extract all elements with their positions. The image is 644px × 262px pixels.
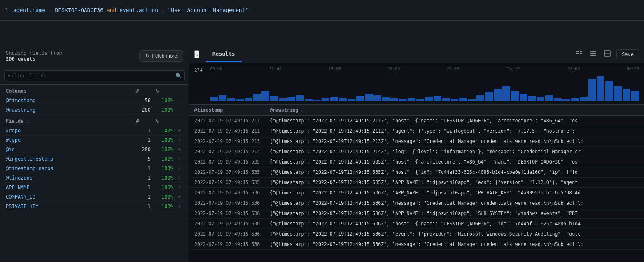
- table-row[interactable]: 2022-07-19 07:49:15.535 {"@timestamp": "…: [189, 157, 644, 167]
- col-header-rawstring[interactable]: @rawstring ↓: [265, 105, 644, 116]
- field-add-repo[interactable]: +: [175, 128, 183, 133]
- query-op-1: =: [49, 7, 55, 13]
- table-row[interactable]: 2022-07-19 07:49:15.535 {"@timestamp": "…: [189, 167, 644, 178]
- cell-rawstring: {"@timestamp": "2022-07-19T12:49:15.536Z…: [265, 229, 644, 239]
- columns-percent-label: %: [156, 88, 159, 94]
- cell-timestamp: 2022-07-19 07:49:15.535: [189, 178, 265, 188]
- table-row[interactable]: 2022-07-19 07:49:15.211 {"@timestamp": "…: [189, 116, 644, 126]
- filter-fields-input[interactable]: [4, 70, 185, 81]
- field-row-type[interactable]: #type 1 100% +: [4, 136, 185, 145]
- table-row[interactable]: 2022-07-19 07:49:15.536 {"@timestamp": "…: [189, 229, 644, 239]
- field-add-id[interactable]: +: [175, 147, 183, 152]
- filter-bar: 🔍: [0, 67, 189, 85]
- tab-list: Results: [206, 47, 242, 62]
- table-layout-icon[interactable]: [574, 49, 584, 60]
- table-row[interactable]: 2022-07-19 07:49:15.211 {"@timestamp": "…: [189, 126, 644, 136]
- field-percent-privatekey: 100%: [151, 204, 173, 209]
- cell-rawstring: {"@timestamp": "2022-07-19T12:49:15.213Z…: [265, 136, 644, 147]
- histogram-bar: [236, 99, 244, 101]
- field-row-companyid[interactable]: COMPANY_ID 1 100% +: [4, 192, 185, 202]
- field-add-timezone[interactable]: +: [175, 175, 183, 181]
- showing-count: 200 events: [6, 56, 62, 62]
- cell-timestamp: 2022-07-19 07:49:15.535: [189, 157, 265, 167]
- col-header-timestamp[interactable]: @timestamp ↓: [189, 105, 265, 116]
- column-remove-rawstring[interactable]: —: [175, 107, 183, 113]
- table-body: 2022-07-19 07:49:15.211 {"@timestamp": "…: [189, 116, 644, 250]
- layout-icon[interactable]: [602, 49, 612, 60]
- tab-results[interactable]: Results: [206, 47, 242, 62]
- cell-rawstring: {"@timestamp": "2022-07-19T12:49:15.536Z…: [265, 188, 644, 198]
- field-add-timestamp-nanos[interactable]: +: [175, 166, 183, 171]
- table-row[interactable]: 2022-07-19 07:49:15.536 {"@timestamp": "…: [189, 208, 644, 219]
- field-row-ingesttimestamp[interactable]: @ingesttimestamp 5 100% +: [4, 154, 185, 164]
- table-row[interactable]: 2022-07-19 07:49:15.536 {"@timestamp": "…: [189, 219, 644, 229]
- cell-timestamp: 2022-07-19 07:49:15.535: [189, 167, 265, 178]
- table-row[interactable]: 2022-07-19 07:49:15.536 {"@timestamp": "…: [189, 188, 644, 198]
- histogram-bar: [390, 98, 398, 101]
- right-toolbar-right: Save: [574, 49, 639, 60]
- histogram-bar: [416, 99, 424, 101]
- field-row-id[interactable]: @id 200 100% +: [4, 145, 185, 154]
- histogram-bar: [597, 76, 604, 101]
- fetch-more-label: Fetch more: [152, 53, 177, 59]
- histogram-bar: [253, 94, 261, 101]
- query-text[interactable]: agent.name = DESKTOP-QADGF36 and event.a…: [13, 7, 248, 13]
- sort-rawstring-icon: ↓: [300, 108, 303, 112]
- field-percent-timezone: 100%: [151, 175, 173, 181]
- right-toolbar: « Results: [189, 45, 644, 63]
- field-row-repo[interactable]: #repo 1 100% +: [4, 126, 185, 136]
- histogram-bar: [382, 97, 390, 101]
- cell-rawstring: {"@timestamp": "2022-07-19T12:49:15.214Z…: [265, 147, 644, 157]
- histogram-bar: [623, 89, 630, 101]
- columns-label: Columns: [6, 88, 27, 94]
- time-label-2: 15:00: [328, 67, 341, 71]
- field-row-appname[interactable]: APP_NAME 1 100% +: [4, 183, 185, 192]
- cell-timestamp: 2022-07-19 07:49:15.211: [189, 116, 265, 126]
- table-row[interactable]: 2022-07-19 07:49:15.536 {"@timestamp": "…: [189, 198, 644, 208]
- save-button[interactable]: Save: [616, 49, 639, 59]
- field-add-ingesttimestamp[interactable]: +: [175, 156, 183, 162]
- column-remove-timestamp[interactable]: —: [175, 98, 183, 103]
- time-label-6: 03:00: [567, 67, 580, 71]
- histogram-bar: [339, 98, 347, 101]
- table-row[interactable]: 2022-07-19 07:49:15.213 {"@timestamp": "…: [189, 136, 644, 147]
- table-row[interactable]: 2022-07-19 07:49:15.536 {"@timestamp": "…: [189, 239, 644, 250]
- histogram-bar: [605, 81, 613, 101]
- histogram-bar: [322, 98, 329, 101]
- columns-hash-label: #: [136, 88, 139, 94]
- field-add-appname[interactable]: +: [175, 185, 183, 190]
- main-layout: Showing fields from 200 events ↻ Fetch m…: [0, 45, 644, 262]
- histogram-bar: [356, 96, 364, 101]
- results-container[interactable]: @timestamp ↓ @rawstring ↓: [189, 105, 644, 262]
- table-row[interactable]: 2022-07-19 07:49:15.214 {"@timestamp": "…: [189, 147, 644, 157]
- field-row-timezone[interactable]: @timezone 1 100% +: [4, 173, 185, 183]
- field-name-repo: #repo: [6, 128, 130, 133]
- column-row-timestamp[interactable]: @timestamp 56 100% —: [4, 96, 185, 105]
- histogram-count: 274: [194, 68, 203, 73]
- field-add-type[interactable]: +: [175, 137, 183, 143]
- time-label-1: 12:00: [269, 67, 282, 71]
- histogram-bar: [296, 95, 304, 101]
- svg-rect-4: [590, 51, 596, 52]
- col-rawstring-label: @rawstring: [270, 107, 298, 113]
- cell-timestamp: 2022-07-19 07:49:15.536: [189, 239, 265, 250]
- columns-section-header: Columns # %: [4, 85, 185, 96]
- column-row-rawstring[interactable]: @rawstring 200 100% —: [4, 105, 185, 115]
- fetch-more-button[interactable]: ↻ Fetch more: [139, 50, 183, 62]
- field-name-appname: APP_NAME: [6, 185, 130, 190]
- svg-rect-5: [590, 53, 596, 54]
- cell-rawstring: {"@timestamp": "2022-07-19T12:49:15.535Z…: [265, 167, 644, 178]
- field-row-privatekey[interactable]: PRIVATE_KEY 1 100% +: [4, 202, 185, 211]
- field-name-ingesttimestamp: @ingesttimestamp: [6, 156, 130, 162]
- query-field-agent: agent.name: [13, 7, 45, 13]
- table-row[interactable]: 2022-07-19 07:49:15.535 {"@timestamp": "…: [189, 178, 644, 188]
- expand-rows-icon[interactable]: [588, 49, 598, 60]
- collapse-button[interactable]: «: [194, 50, 199, 58]
- field-count-timezone: 1: [130, 175, 151, 181]
- field-add-privatekey[interactable]: +: [175, 204, 183, 209]
- histogram-bar: [588, 79, 596, 101]
- field-add-companyid[interactable]: +: [175, 194, 183, 200]
- field-percent-type: 100%: [151, 137, 173, 143]
- field-row-timestamp-nanos[interactable]: @timestamp.nanos 1 100% +: [4, 164, 185, 173]
- query-op-2: =: [161, 7, 168, 13]
